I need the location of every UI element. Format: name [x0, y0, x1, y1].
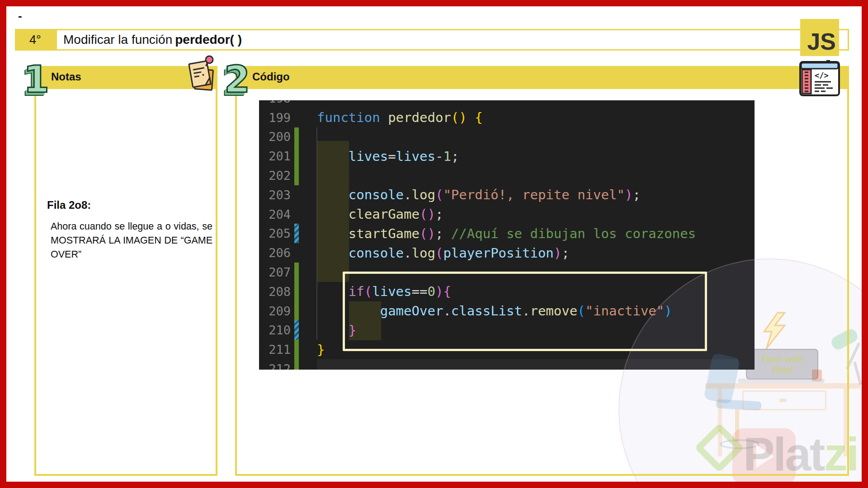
step-number-2: 2 [224, 63, 250, 96]
code-window-icon: </> [798, 59, 841, 97]
js-logo-icon: JS [800, 19, 839, 56]
page-title-function-name: perdedor( ) [175, 33, 242, 47]
lamp-arm [853, 361, 862, 385]
codigo-panel [235, 87, 849, 476]
stray-dash: - [18, 9, 22, 23]
grade-badge: 4° [15, 29, 56, 51]
note-heading: Fila 2o8: [47, 199, 91, 211]
page-title-text: Modificar la función [63, 33, 172, 47]
sticky-note-icon [188, 55, 217, 93]
svg-text:</>: </> [815, 71, 829, 80]
section-label-notas: Notas [51, 70, 81, 83]
step-number-1: 1 [24, 63, 49, 96]
note-body: Ahora cuando se llegue a o vidas, se MOS… [51, 220, 212, 262]
page-title: Modificar la función perdedor( ) [56, 29, 849, 51]
section-header-codigo: Código [235, 66, 849, 87]
notas-panel [34, 87, 217, 476]
section-label-codigo: Código [252, 70, 290, 83]
